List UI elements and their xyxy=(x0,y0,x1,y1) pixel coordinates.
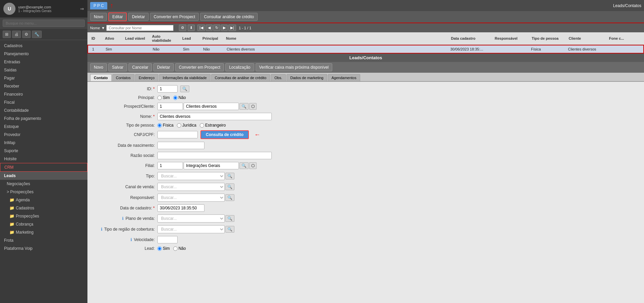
field-velocidade-input[interactable] xyxy=(157,236,178,243)
tab-contato[interactable]: Contato xyxy=(90,74,112,81)
lead-sim-radio[interactable] xyxy=(157,246,162,251)
lead-sim-label[interactable]: Sim xyxy=(157,246,170,251)
tipo-fisica-label[interactable]: Física xyxy=(157,123,174,128)
field-tipo-search-btn[interactable]: 🔍 xyxy=(225,173,234,179)
sidebar-tool-grid[interactable]: ⊞ xyxy=(3,31,11,38)
export-icon[interactable]: ⇒ xyxy=(80,6,84,11)
sidebar-item-inmap[interactable]: InMap xyxy=(0,139,87,147)
sidebar-item-pagar[interactable]: Pagar xyxy=(0,74,87,82)
field-id-search-icon[interactable]: 🔍 xyxy=(180,86,189,92)
tipo-estrangeiro-label[interactable]: Estrangeiro xyxy=(200,123,226,128)
field-razao-input[interactable] xyxy=(157,152,272,159)
field-filial-open-btn[interactable]: ⬡ xyxy=(249,162,257,169)
field-regiao-search-btn[interactable]: 🔍 xyxy=(225,226,234,233)
sidebar-tool-print[interactable]: 🖨 xyxy=(12,31,21,38)
consultar-button[interactable]: Consultar análise de crédito xyxy=(200,13,258,21)
lead-nao-label[interactable]: Não xyxy=(173,246,186,251)
sidebar-item-planejamento[interactable]: Planejamento xyxy=(0,50,87,58)
field-datacad-input[interactable] xyxy=(157,204,204,212)
search-export-btn[interactable]: ⬇ xyxy=(188,25,195,31)
tipo-juridica-radio[interactable] xyxy=(177,123,181,128)
field-filial-name-input[interactable] xyxy=(184,162,239,169)
tab-endereco[interactable]: Endereço xyxy=(135,74,158,81)
field-tipo-select[interactable]: Buscar... xyxy=(157,172,225,180)
sidebar-item-folha[interactable]: Folha de pagamento xyxy=(0,114,87,123)
tab-agendamentos[interactable]: Agendamentos xyxy=(328,74,360,81)
tab-viabilidade[interactable]: Informações da viabilidade xyxy=(159,74,211,81)
topbar-tab[interactable]: P P C xyxy=(90,2,107,9)
sidebar-item-entradas[interactable]: Entradas xyxy=(0,58,87,66)
consulta-credito-button[interactable]: Consulta de crédito xyxy=(200,130,249,139)
table-row[interactable]: 1 Sim Não Sim Não Clientes diversos 30/0… xyxy=(88,45,643,53)
field-datanasc-input[interactable] xyxy=(157,142,204,149)
tab-marketing[interactable]: Dados de marketing xyxy=(287,74,327,81)
sidebar-item-frota[interactable]: Frota xyxy=(0,236,87,244)
sidebar-item-prospeccoes2[interactable]: 📁 Prospecções xyxy=(0,212,87,220)
form-novo-button[interactable]: Novo xyxy=(90,63,107,71)
form-verificar-button[interactable]: Verificar caixa mais próxima disponível xyxy=(256,63,333,71)
form-salvar-button[interactable]: Salvar xyxy=(108,63,127,71)
form-localizar-button[interactable]: Localização xyxy=(225,63,254,71)
sidebar-item-prospeccoes[interactable]: > Prospecções xyxy=(0,188,87,196)
field-regiao-select[interactable]: Buscar... xyxy=(157,225,225,233)
form-converter-button[interactable]: Converter em Prospect xyxy=(175,63,224,71)
tab-contatos[interactable]: Contatos xyxy=(112,74,135,81)
sidebar-item-negociacoes[interactable]: Negociações xyxy=(0,180,87,188)
field-resp-search-btn[interactable]: 🔍 xyxy=(225,194,234,201)
sidebar-item-cadastros2[interactable]: 📁 Cadastros xyxy=(0,204,87,212)
sidebar-item-suporte[interactable]: Suporte xyxy=(0,147,87,155)
field-filial-id-input[interactable] xyxy=(157,162,183,169)
principal-sim-label[interactable]: Sim xyxy=(157,95,170,100)
sidebar-item-cadastros[interactable]: Cadastros xyxy=(0,42,87,50)
novo-button[interactable]: Novo xyxy=(90,13,107,21)
sidebar-item-contabilidade[interactable]: Contabilidade xyxy=(0,106,87,114)
field-plano-search-btn[interactable]: 🔍 xyxy=(225,215,234,222)
tab-obs[interactable]: Obs. xyxy=(271,74,286,81)
field-filial-search-btn[interactable]: 🔍 xyxy=(239,162,249,169)
sidebar-item-provedor[interactable]: Provedor xyxy=(0,131,87,139)
field-prospect-name-input[interactable] xyxy=(184,103,239,110)
tab-consultas[interactable]: Consultas de análise de crédito xyxy=(211,74,270,81)
sidebar-search-input[interactable] xyxy=(3,20,85,27)
field-prospect-open-btn[interactable]: ⬡ xyxy=(249,103,257,110)
sidebar-item-crm[interactable]: CRM xyxy=(0,163,87,172)
deletar-button[interactable]: Deletar xyxy=(128,13,149,21)
search-input[interactable] xyxy=(106,25,174,31)
principal-sim-radio[interactable] xyxy=(157,96,162,100)
tipo-juridica-label[interactable]: Jurídica xyxy=(177,123,196,128)
search-config-btn[interactable]: ⚙ xyxy=(179,25,186,31)
sidebar-item-cobranca[interactable]: 📁 Cobrança xyxy=(0,220,87,228)
sidebar-item-receber[interactable]: Receber xyxy=(0,82,87,90)
sidebar-tool-wrench[interactable]: 🔧 xyxy=(32,31,42,38)
sidebar-item-leads[interactable]: Leads xyxy=(0,172,87,180)
field-prospect-search-btn[interactable]: 🔍 xyxy=(239,103,249,110)
field-cnpj-input[interactable] xyxy=(157,131,198,138)
editar-button[interactable]: Editar xyxy=(108,12,127,21)
field-resp-select[interactable]: Buscar... xyxy=(157,194,225,202)
sidebar-tool-gear[interactable]: ⚙ xyxy=(22,31,31,38)
sidebar-item-financeiro[interactable]: Financeiro xyxy=(0,90,87,98)
tipo-fisica-radio[interactable] xyxy=(157,123,162,128)
form-cancelar-button[interactable]: Cancelar xyxy=(128,63,152,71)
sidebar-item-hotsite[interactable]: Hotsite xyxy=(0,155,87,163)
sidebar-item-marketing[interactable]: 📁 Marketing xyxy=(0,228,87,236)
sidebar-item-fiscal[interactable]: Fiscal xyxy=(0,98,87,106)
principal-nao-radio[interactable] xyxy=(173,96,178,100)
converter-button[interactable]: Converter em Prospect xyxy=(150,13,199,21)
form-deletar-button[interactable]: Deletar xyxy=(153,63,174,71)
field-canal-select[interactable]: Buscar... xyxy=(157,183,225,191)
nav-prev-btn[interactable]: ◀ xyxy=(206,25,213,31)
field-prospect-id-input[interactable] xyxy=(157,103,183,110)
nav-next-btn[interactable]: ▶ xyxy=(221,25,228,31)
field-canal-search-btn[interactable]: 🔍 xyxy=(225,183,234,190)
principal-nao-label[interactable]: Não xyxy=(173,95,186,100)
lead-nao-radio[interactable] xyxy=(173,246,178,251)
nav-first-btn[interactable]: |◀ xyxy=(197,25,205,31)
sidebar-item-voip[interactable]: Plataforma Voip xyxy=(0,244,87,252)
tipo-estrangeiro-radio[interactable] xyxy=(200,123,204,128)
field-plano-select[interactable]: Buscar... xyxy=(157,214,225,223)
sidebar-item-agenda[interactable]: 📁 Agenda xyxy=(0,196,87,204)
field-id-input[interactable] xyxy=(157,85,178,93)
nav-refresh-btn[interactable]: ↻ xyxy=(213,25,220,31)
field-nome-input[interactable] xyxy=(157,113,272,120)
